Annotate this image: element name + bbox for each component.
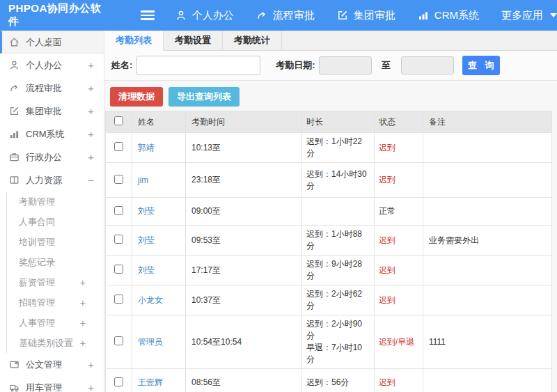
attendance-time: 23:18至 — [186, 163, 302, 198]
submenu-item-hr-contract[interactable]: 人事合同 — [7, 212, 104, 232]
row-checkbox[interactable] — [114, 206, 123, 215]
chart-icon — [418, 10, 429, 21]
nav-label: 集团审批 — [354, 9, 395, 22]
remark — [423, 163, 552, 198]
header-status: 状态 — [375, 111, 423, 133]
nav-personal-office[interactable]: 个人办公 — [175, 9, 234, 22]
row-checkbox[interactable] — [114, 142, 123, 151]
employee-name-link[interactable]: 刘莹 — [138, 206, 155, 216]
date-to-input[interactable] — [401, 56, 454, 75]
row-checkbox[interactable] — [114, 336, 123, 345]
tab-attendance-stats[interactable]: 考勤统计 — [223, 31, 282, 50]
tab-attendance-list[interactable]: 考勤列表 — [104, 31, 164, 51]
row-checkbox[interactable] — [114, 235, 123, 244]
employee-name-link[interactable]: 刘莹 — [138, 235, 155, 245]
table-row: jim 23:18至 迟到：14小时30分 迟到 — [106, 163, 552, 198]
nav-more-apps[interactable]: 更多应用 — [501, 9, 557, 22]
table-row: 王壹辉 08:56至 迟到：56分 迟到 — [106, 369, 552, 392]
app-title: PHPOA协同办公软件 — [0, 2, 104, 29]
submenu-item-training[interactable]: 培训管理 — [7, 232, 104, 252]
duration: 迟到：56分 — [302, 369, 375, 392]
sidebar-item-admin-office[interactable]: 行政办公 + — [0, 146, 104, 168]
name-input[interactable] — [136, 56, 260, 75]
attendance-time: 09:53至 — [186, 226, 302, 256]
expand-plus-icon[interactable]: + — [80, 338, 86, 349]
submenu-item-base-category[interactable]: 基础类别设置 + — [7, 333, 104, 353]
status-badge: 迟到 — [375, 256, 423, 285]
duration: 迟到：2小时62分 — [302, 285, 375, 315]
doc-icon — [9, 359, 19, 370]
table-row: 管理员 10:54至10:54 迟到：2小时90分 早退：7小时10分 迟到/早… — [106, 315, 552, 369]
submenu-item-rewards[interactable]: 奖惩记录 — [7, 252, 104, 272]
submenu-item-attendance[interactable]: 考勤管理 — [7, 191, 104, 212]
select-all-cell — [106, 111, 132, 133]
remark — [423, 256, 552, 285]
sidebar-item-documents[interactable]: 公文管理 + — [0, 353, 104, 376]
table-row: 郭靖 10:13至 迟到：1小时22分 迟到 — [106, 133, 552, 163]
menu-toggle-icon[interactable] — [141, 8, 155, 22]
row-checkbox[interactable] — [114, 295, 123, 304]
row-checkbox[interactable] — [114, 175, 123, 184]
flow-icon — [9, 83, 19, 93]
status-badge: 迟到 — [375, 285, 423, 315]
row-checkbox[interactable] — [114, 377, 123, 386]
expand-plus-icon[interactable]: + — [88, 106, 94, 116]
search-button[interactable]: 查 询 — [462, 56, 500, 75]
sidebar-item-label: 用车管理 — [26, 382, 88, 392]
submenu-item-personnel[interactable]: 人事管理 + — [7, 313, 104, 333]
employee-name-link[interactable]: 郭靖 — [138, 143, 155, 152]
topbar: PHPOA协同办公软件 个人办公 流程审批 集团审批 CRM系统 — [0, 0, 557, 31]
expand-plus-icon[interactable]: + — [88, 359, 94, 370]
sidebar-item-workflow-approval[interactable]: 流程审批 + — [0, 77, 104, 100]
employee-name-link[interactable]: jim — [138, 175, 148, 185]
row-checkbox[interactable] — [114, 265, 123, 274]
expand-plus-icon[interactable]: + — [80, 297, 86, 308]
nav-label: 更多应用 — [501, 9, 543, 22]
sidebar-item-desktop[interactable]: 个人桌面 — [0, 31, 104, 54]
expand-plus-icon[interactable]: + — [80, 277, 86, 288]
employee-name-link[interactable]: 管理员 — [138, 337, 163, 347]
table-row: 小龙女 10:37至 迟到：2小时62分 迟到 — [106, 285, 552, 315]
home-icon — [9, 37, 19, 47]
expand-plus-icon[interactable]: + — [88, 382, 94, 392]
employee-name-link[interactable]: 小龙女 — [138, 295, 163, 305]
nav-label: CRM系统 — [434, 9, 479, 22]
expand-plus-icon[interactable]: + — [80, 317, 86, 329]
expand-plus-icon[interactable]: + — [88, 60, 94, 70]
duration: 迟到：14小时30分 — [302, 163, 375, 198]
attendance-table: 姓名 考勤时间 时长 状态 备注 郭靖 10:13至 迟到：1小时22分 迟到 — [105, 111, 551, 392]
book-icon — [9, 175, 19, 185]
clear-data-button[interactable]: 清理数据 — [110, 87, 163, 107]
export-list-button[interactable]: 导出查询列表 — [168, 87, 240, 107]
sidebar-item-label: 流程审批 — [26, 82, 88, 95]
sidebar-item-hr[interactable]: 人力资源 − — [0, 168, 104, 191]
submenu-item-salary[interactable]: 薪资管理 + — [7, 272, 104, 292]
select-all-checkbox[interactable] — [114, 116, 123, 125]
nav-workflow-approval[interactable]: 流程审批 — [256, 9, 315, 22]
collapse-minus-icon[interactable]: − — [88, 175, 94, 185]
expand-plus-icon[interactable]: + — [88, 129, 94, 139]
employee-name-link[interactable]: 刘莹 — [138, 265, 155, 275]
remark — [423, 133, 552, 163]
edit-icon — [337, 10, 348, 21]
sidebar-item-vehicles[interactable]: 用车管理 + — [0, 376, 104, 392]
sidebar-item-group-approval[interactable]: 集团审批 + — [0, 100, 104, 123]
caret-down-icon — [550, 13, 557, 17]
sidebar-item-crm-system[interactable]: CRM系统 + — [0, 123, 104, 146]
date-from-input[interactable] — [319, 56, 372, 75]
nav-label: 个人办公 — [192, 9, 234, 22]
nav-group-approval[interactable]: 集团审批 — [337, 9, 395, 22]
name-label: 姓名: — [111, 59, 132, 72]
employee-name-link[interactable]: 王壹辉 — [138, 377, 163, 387]
submenu-item-recruitment[interactable]: 招聘管理 + — [7, 292, 104, 313]
person-icon — [9, 60, 19, 70]
table-header-row: 姓名 考勤时间 时长 状态 备注 — [106, 111, 552, 133]
status-badge: 迟到/早退 — [375, 315, 423, 369]
tab-attendance-settings[interactable]: 考勤设置 — [164, 31, 223, 50]
tab-bar: 考勤列表 考勤设置 考勤统计 — [104, 31, 557, 51]
sidebar-item-personal-office[interactable]: 个人办公 + — [0, 54, 104, 77]
expand-plus-icon[interactable]: + — [88, 83, 94, 93]
nav-crm-system[interactable]: CRM系统 — [418, 9, 479, 22]
expand-plus-icon[interactable]: + — [88, 152, 94, 162]
attendance-time: 17:17至 — [186, 256, 302, 285]
